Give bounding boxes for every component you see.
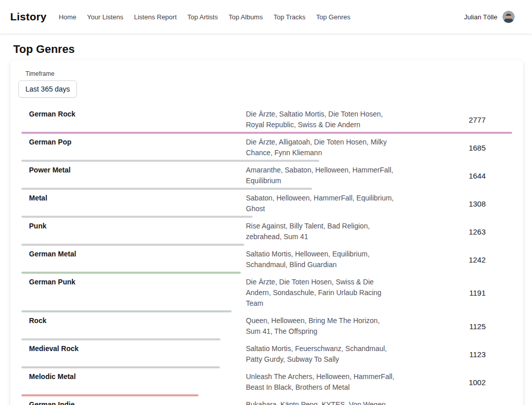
genre-row-content: Rock Queen, Helloween, Bring Me The Hori…	[21, 315, 512, 337]
genre-row: German Pop Die Ärzte, Alligatoah, Die To…	[21, 137, 512, 162]
user-menu: Julian Tölle	[464, 11, 515, 23]
genre-name: Medieval Rock	[21, 343, 246, 365]
nav-link-listens-report[interactable]: Listens Report	[134, 13, 177, 21]
genre-name: German Indie	[21, 399, 246, 405]
genre-row-content: Melodic Metal Unleash The Archers, Hello…	[21, 371, 512, 393]
user-avatar[interactable]	[502, 11, 515, 23]
genre-bar	[21, 160, 319, 162]
genre-count: 1191	[396, 288, 512, 297]
genre-artists: Unleash The Archers, Helloween, HammerFa…	[246, 371, 396, 393]
genre-row: Punk Rise Against, Billy Talent, Bad Rel…	[21, 221, 512, 246]
genre-count: 1685	[396, 143, 512, 152]
genre-count: 1242	[396, 255, 512, 264]
nav-link-top-artists[interactable]: Top Artists	[187, 13, 218, 21]
genre-name: German Pop	[21, 137, 246, 158]
avatar-photo	[502, 11, 515, 23]
genre-row-content: German Rock Die Ärzte, Saltatio Mortis, …	[21, 109, 512, 130]
genre-artists: Rise Against, Billy Talent, Bad Religion…	[246, 221, 396, 242]
genre-name: Punk	[21, 221, 246, 242]
genre-artists: Sabaton, Helloween, HammerFall, Equilibr…	[246, 193, 396, 214]
genre-row-content: German Pop Die Ärzte, Alligatoah, Die To…	[21, 137, 512, 158]
genre-name: German Metal	[21, 249, 246, 270]
genre-row: Melodic Metal Unleash The Archers, Hello…	[21, 371, 512, 396]
genre-count: 1644	[396, 171, 512, 180]
genre-artists: Saltatio Mortis, Feuerschwanz, Schandmau…	[246, 343, 396, 365]
genre-count: 1263	[396, 227, 512, 236]
genre-name: Rock	[21, 315, 246, 337]
genre-row-content: German Metal Saltatio Mortis, Helloween,…	[21, 249, 512, 270]
genre-bar	[21, 216, 253, 218]
genre-bar	[21, 310, 232, 312]
main-nav: Home Your Listens Listens Report Top Art…	[59, 13, 464, 21]
genre-row-content: Punk Rise Against, Billy Talent, Bad Rel…	[21, 221, 512, 242]
genre-row-content: German Punk Die Ärzte, Die Toten Hosen, …	[21, 277, 512, 309]
genre-bar	[21, 188, 312, 190]
genre-count: 2777	[396, 115, 512, 124]
genre-artists: Die Ärzte, Alligatoah, Die Toten Hosen, …	[246, 137, 396, 158]
genre-bar	[21, 338, 220, 340]
top-navbar: Listory Home Your Listens Listens Report…	[0, 0, 532, 34]
nav-link-top-tracks[interactable]: Top Tracks	[273, 13, 305, 21]
genre-name: Power Metal	[21, 165, 246, 186]
genre-row: Rock Queen, Helloween, Bring Me The Hori…	[21, 315, 512, 340]
genre-row: German Metal Saltatio Mortis, Helloween,…	[21, 249, 512, 274]
genre-artists: Bukahara, Käptn Peng, KYTES, Von Wegen L…	[246, 399, 396, 405]
genre-bar	[21, 272, 241, 274]
genre-bar	[21, 132, 512, 134]
nav-link-top-genres[interactable]: Top Genres	[316, 13, 350, 21]
genre-row: Power Metal Amaranthe, Sabaton, Hellowee…	[21, 165, 512, 190]
genre-count: 1308	[396, 199, 512, 208]
nav-link-your-listens[interactable]: Your Listens	[87, 13, 123, 21]
genre-row-content: Power Metal Amaranthe, Sabaton, Hellowee…	[21, 165, 512, 186]
genre-count: 1002	[396, 378, 512, 387]
genre-table: German Rock Die Ärzte, Saltatio Mortis, …	[10, 109, 523, 405]
genre-row: German Indie Bukahara, Käptn Peng, KYTES…	[21, 399, 512, 405]
genre-artists: Die Ärzte, Die Toten Hosen, Swiss & Die …	[246, 277, 396, 309]
timeframe-label: Timeframe	[25, 70, 515, 77]
genre-name: German Punk	[21, 277, 246, 309]
genre-row: German Punk Die Ärzte, Die Toten Hosen, …	[21, 277, 512, 312]
genre-artists: Saltatio Mortis, Helloween, Equilibrium,…	[246, 249, 396, 270]
timeframe-select[interactable]: Last 365 days	[18, 80, 77, 98]
genre-row: Metal Sabaton, Helloween, HammerFall, Eq…	[21, 193, 512, 218]
user-name[interactable]: Julian Tölle	[464, 13, 497, 21]
nav-link-home[interactable]: Home	[59, 13, 76, 21]
page-title: Top Genres	[13, 42, 532, 57]
genre-count: 1125	[396, 322, 512, 331]
app-logo[interactable]: Listory	[10, 11, 46, 23]
genre-name: Melodic Metal	[21, 371, 246, 393]
genre-row-content: Metal Sabaton, Helloween, HammerFall, Eq…	[21, 193, 512, 214]
genre-artists: Queen, Helloween, Bring Me The Horizon, …	[246, 315, 396, 337]
genre-bar	[21, 394, 199, 396]
genre-row: German Rock Die Ärzte, Saltatio Mortis, …	[21, 109, 512, 134]
genre-row: Medieval Rock Saltatio Mortis, Feuerschw…	[21, 343, 512, 368]
top-genres-card: Timeframe Last 365 days German Rock Die …	[10, 60, 523, 405]
genre-count: 1123	[396, 350, 512, 359]
genre-row-content: Medieval Rock Saltatio Mortis, Feuerschw…	[21, 343, 512, 365]
timeframe-section: Timeframe Last 365 days	[10, 70, 523, 98]
genre-bar	[21, 366, 220, 368]
genre-bar	[21, 244, 244, 246]
genre-artists: Amaranthe, Sabaton, Helloween, HammerFal…	[246, 165, 396, 186]
genre-name: German Rock	[21, 109, 246, 130]
genre-row-content: German Indie Bukahara, Käptn Peng, KYTES…	[21, 399, 512, 405]
nav-link-top-albums[interactable]: Top Albums	[229, 13, 263, 21]
main-content: Top Genres Timeframe Last 365 days Germa…	[0, 42, 532, 405]
genre-artists: Die Ärzte, Saltatio Mortis, Die Toten Ho…	[246, 109, 396, 130]
genre-name: Metal	[21, 193, 246, 214]
